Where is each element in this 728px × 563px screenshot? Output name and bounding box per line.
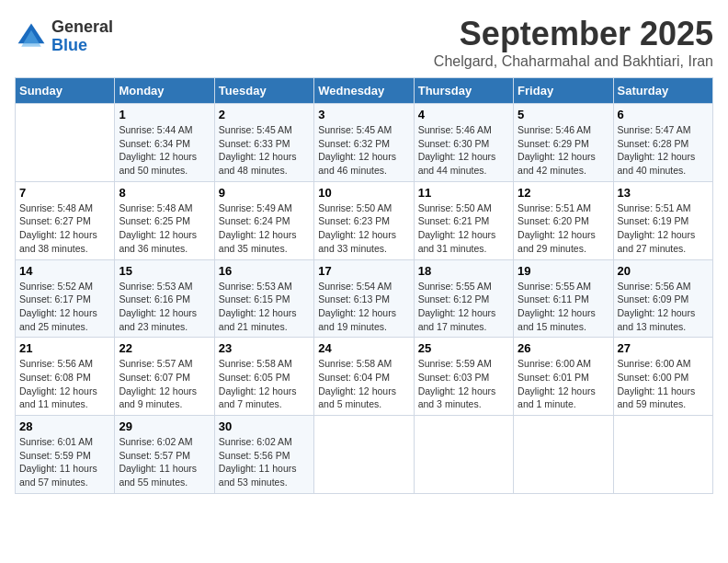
day-info: Sunrise: 5:56 AM Sunset: 6:08 PM Dayligh… bbox=[19, 357, 110, 411]
day-number: 7 bbox=[19, 186, 110, 200]
day-info: Sunrise: 5:58 AM Sunset: 6:04 PM Dayligh… bbox=[318, 357, 409, 411]
logo-text: General Blue bbox=[51, 18, 113, 55]
weekday-header: Thursday bbox=[414, 78, 513, 104]
weekday-header: Wednesday bbox=[314, 78, 414, 104]
calendar-cell: 2Sunrise: 5:45 AM Sunset: 6:33 PM Daylig… bbox=[214, 104, 313, 182]
day-info: Sunrise: 5:56 AM Sunset: 6:09 PM Dayligh… bbox=[618, 280, 709, 334]
day-number: 9 bbox=[219, 186, 310, 200]
day-info: Sunrise: 5:45 AM Sunset: 6:32 PM Dayligh… bbox=[318, 123, 409, 178]
logo-general: General bbox=[51, 18, 113, 37]
calendar-cell: 24Sunrise: 5:58 AM Sunset: 6:04 PM Dayli… bbox=[314, 338, 414, 416]
calendar-cell: 28Sunrise: 6:01 AM Sunset: 5:59 PM Dayli… bbox=[16, 416, 115, 494]
calendar-cell: 26Sunrise: 6:00 AM Sunset: 6:01 PM Dayli… bbox=[514, 338, 613, 416]
day-number: 2 bbox=[219, 108, 310, 121]
calendar-cell: 29Sunrise: 6:02 AM Sunset: 5:57 PM Dayli… bbox=[115, 416, 214, 494]
calendar-cell: 22Sunrise: 5:57 AM Sunset: 6:07 PM Dayli… bbox=[115, 338, 214, 416]
calendar-cell: 4Sunrise: 5:46 AM Sunset: 6:30 PM Daylig… bbox=[414, 104, 513, 182]
calendar-week-row: 21Sunrise: 5:56 AM Sunset: 6:08 PM Dayli… bbox=[16, 338, 713, 416]
day-number: 23 bbox=[219, 341, 310, 355]
day-info: Sunrise: 6:01 AM Sunset: 5:59 PM Dayligh… bbox=[19, 435, 110, 489]
day-number: 13 bbox=[618, 186, 709, 200]
day-number: 26 bbox=[518, 341, 609, 355]
calendar-cell: 23Sunrise: 5:58 AM Sunset: 6:05 PM Dayli… bbox=[214, 338, 313, 416]
calendar-week-row: 28Sunrise: 6:01 AM Sunset: 5:59 PM Dayli… bbox=[16, 416, 713, 494]
calendar-cell: 16Sunrise: 5:53 AM Sunset: 6:15 PM Dayli… bbox=[214, 259, 313, 338]
calendar-cell: 10Sunrise: 5:50 AM Sunset: 6:23 PM Dayli… bbox=[314, 181, 414, 259]
logo-icon bbox=[15, 20, 48, 53]
calendar-cell: 14Sunrise: 5:52 AM Sunset: 6:17 PM Dayli… bbox=[16, 259, 115, 338]
weekday-header-row: SundayMondayTuesdayWednesdayThursdayFrid… bbox=[16, 78, 713, 104]
calendar-cell: 13Sunrise: 5:51 AM Sunset: 6:19 PM Dayli… bbox=[613, 181, 712, 259]
day-info: Sunrise: 5:44 AM Sunset: 6:34 PM Dayligh… bbox=[119, 123, 210, 178]
logo: General Blue bbox=[15, 18, 113, 55]
day-number: 6 bbox=[618, 108, 709, 121]
weekday-header: Saturday bbox=[613, 78, 712, 104]
calendar-cell: 20Sunrise: 5:56 AM Sunset: 6:09 PM Dayli… bbox=[613, 259, 712, 338]
day-info: Sunrise: 5:53 AM Sunset: 6:15 PM Dayligh… bbox=[219, 280, 310, 334]
calendar-cell: 17Sunrise: 5:54 AM Sunset: 6:13 PM Dayli… bbox=[314, 259, 414, 338]
day-info: Sunrise: 5:50 AM Sunset: 6:23 PM Dayligh… bbox=[318, 201, 409, 256]
calendar-cell: 8Sunrise: 5:48 AM Sunset: 6:25 PM Daylig… bbox=[115, 181, 214, 259]
day-number: 1 bbox=[119, 108, 210, 121]
title-block: September 2025 Chelgard, Chaharmahal and… bbox=[434, 15, 713, 70]
day-info: Sunrise: 5:51 AM Sunset: 6:19 PM Dayligh… bbox=[618, 201, 709, 256]
day-info: Sunrise: 5:50 AM Sunset: 6:21 PM Dayligh… bbox=[418, 201, 509, 256]
day-number: 11 bbox=[418, 186, 509, 200]
day-number: 10 bbox=[318, 186, 409, 200]
calendar-week-row: 7Sunrise: 5:48 AM Sunset: 6:27 PM Daylig… bbox=[16, 181, 713, 259]
day-info: Sunrise: 5:55 AM Sunset: 6:12 PM Dayligh… bbox=[418, 280, 509, 334]
calendar-week-row: 1Sunrise: 5:44 AM Sunset: 6:34 PM Daylig… bbox=[16, 104, 713, 182]
day-number: 12 bbox=[518, 186, 609, 200]
calendar-cell: 9Sunrise: 5:49 AM Sunset: 6:24 PM Daylig… bbox=[214, 181, 313, 259]
day-number: 15 bbox=[119, 264, 210, 278]
calendar-cell bbox=[314, 416, 414, 494]
day-info: Sunrise: 5:47 AM Sunset: 6:28 PM Dayligh… bbox=[618, 123, 709, 178]
day-number: 24 bbox=[318, 341, 409, 355]
day-info: Sunrise: 6:02 AM Sunset: 5:57 PM Dayligh… bbox=[119, 435, 210, 489]
day-number: 8 bbox=[119, 186, 210, 200]
day-info: Sunrise: 5:59 AM Sunset: 6:03 PM Dayligh… bbox=[418, 357, 509, 411]
weekday-header: Friday bbox=[514, 78, 613, 104]
day-number: 22 bbox=[119, 341, 210, 355]
calendar-week-row: 14Sunrise: 5:52 AM Sunset: 6:17 PM Dayli… bbox=[16, 259, 713, 338]
calendar-cell: 3Sunrise: 5:45 AM Sunset: 6:32 PM Daylig… bbox=[314, 104, 414, 182]
calendar-cell: 6Sunrise: 5:47 AM Sunset: 6:28 PM Daylig… bbox=[613, 104, 712, 182]
calendar-cell: 30Sunrise: 6:02 AM Sunset: 5:56 PM Dayli… bbox=[214, 416, 313, 494]
calendar-cell: 18Sunrise: 5:55 AM Sunset: 6:12 PM Dayli… bbox=[414, 259, 513, 338]
day-info: Sunrise: 5:51 AM Sunset: 6:20 PM Dayligh… bbox=[518, 201, 609, 256]
day-info: Sunrise: 5:55 AM Sunset: 6:11 PM Dayligh… bbox=[518, 280, 609, 334]
day-info: Sunrise: 5:52 AM Sunset: 6:17 PM Dayligh… bbox=[19, 280, 110, 334]
day-number: 19 bbox=[518, 264, 609, 278]
calendar-cell: 25Sunrise: 5:59 AM Sunset: 6:03 PM Dayli… bbox=[414, 338, 513, 416]
day-number: 29 bbox=[119, 419, 210, 433]
day-info: Sunrise: 5:45 AM Sunset: 6:33 PM Dayligh… bbox=[219, 123, 310, 178]
calendar-cell: 5Sunrise: 5:46 AM Sunset: 6:29 PM Daylig… bbox=[514, 104, 613, 182]
page-header: General Blue September 2025 Chelgard, Ch… bbox=[15, 15, 713, 70]
day-number: 27 bbox=[618, 341, 709, 355]
calendar-cell bbox=[16, 104, 115, 182]
weekday-header: Monday bbox=[115, 78, 214, 104]
day-number: 21 bbox=[19, 341, 110, 355]
calendar-cell bbox=[514, 416, 613, 494]
day-info: Sunrise: 5:54 AM Sunset: 6:13 PM Dayligh… bbox=[318, 280, 409, 334]
day-number: 3 bbox=[318, 108, 409, 121]
day-info: Sunrise: 6:00 AM Sunset: 6:01 PM Dayligh… bbox=[518, 357, 609, 411]
day-info: Sunrise: 5:57 AM Sunset: 6:07 PM Dayligh… bbox=[119, 357, 210, 411]
calendar-cell bbox=[613, 416, 712, 494]
day-info: Sunrise: 5:46 AM Sunset: 6:30 PM Dayligh… bbox=[418, 123, 509, 178]
day-number: 16 bbox=[219, 264, 310, 278]
day-number: 14 bbox=[19, 264, 110, 278]
calendar-cell bbox=[414, 416, 513, 494]
calendar-cell: 19Sunrise: 5:55 AM Sunset: 6:11 PM Dayli… bbox=[514, 259, 613, 338]
calendar-cell: 12Sunrise: 5:51 AM Sunset: 6:20 PM Dayli… bbox=[514, 181, 613, 259]
weekday-header: Sunday bbox=[16, 78, 115, 104]
day-number: 18 bbox=[418, 264, 509, 278]
day-info: Sunrise: 5:48 AM Sunset: 6:27 PM Dayligh… bbox=[19, 201, 110, 256]
day-number: 28 bbox=[19, 419, 110, 433]
location-title: Chelgard, Chaharmahal and Bakhtiari, Ira… bbox=[434, 53, 713, 70]
day-number: 17 bbox=[318, 264, 409, 278]
month-title: September 2025 bbox=[434, 15, 713, 53]
calendar-cell: 21Sunrise: 5:56 AM Sunset: 6:08 PM Dayli… bbox=[16, 338, 115, 416]
day-info: Sunrise: 5:53 AM Sunset: 6:16 PM Dayligh… bbox=[119, 280, 210, 334]
day-info: Sunrise: 5:46 AM Sunset: 6:29 PM Dayligh… bbox=[518, 123, 609, 178]
